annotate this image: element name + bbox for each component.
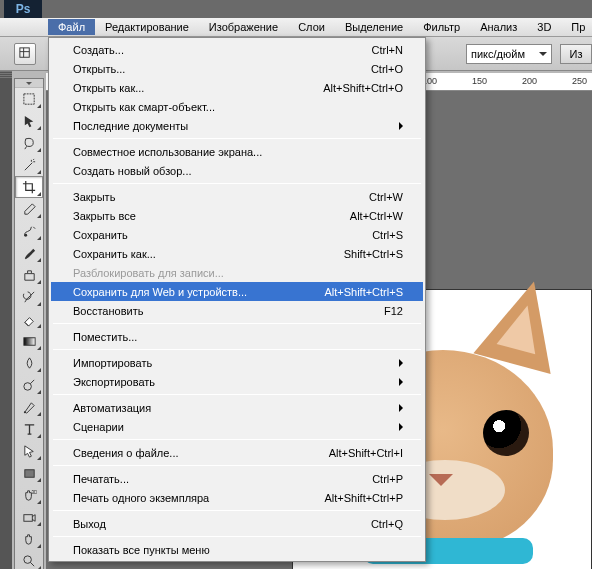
menu-item-shortcut: Ctrl+P xyxy=(372,473,403,485)
submenu-indicator-icon xyxy=(37,214,41,218)
tool-eraser[interactable] xyxy=(15,308,43,330)
menubar-item-6[interactable]: Анализ xyxy=(470,19,527,35)
tool-camera3d[interactable] xyxy=(15,506,43,528)
menu-item-shortcut: Alt+Shift+Ctrl+P xyxy=(324,492,403,504)
menubar-item-1[interactable]: Редактирование xyxy=(95,19,199,35)
menu-separator xyxy=(53,394,421,395)
ruler-tick: 250 xyxy=(572,76,587,86)
resolution-units-value: пикс/дюйм xyxy=(471,48,525,60)
submenu-indicator-icon xyxy=(37,522,41,526)
chevron-right-icon xyxy=(399,122,403,130)
menu-item-shortcut: Ctrl+N xyxy=(372,44,403,56)
tool-clone[interactable] xyxy=(15,264,43,286)
menubar-item-7[interactable]: 3D xyxy=(527,19,561,35)
tool-history-brush[interactable] xyxy=(15,286,43,308)
menu-item[interactable]: Импортировать xyxy=(51,353,423,372)
menu-item[interactable]: Открыть как смарт-объект... xyxy=(51,97,423,116)
tool-lasso[interactable] xyxy=(15,132,43,154)
tool-brush[interactable] xyxy=(15,242,43,264)
palette-dock xyxy=(0,71,12,569)
menu-item-label: Сохранить xyxy=(73,229,372,241)
menu-item[interactable]: Показать все пункты меню xyxy=(51,540,423,559)
svg-rect-5 xyxy=(23,337,34,345)
menu-item[interactable]: Открыть как...Alt+Shift+Ctrl+O xyxy=(51,78,423,97)
tool-gradient[interactable] xyxy=(15,330,43,352)
tool-crop[interactable] xyxy=(15,176,43,198)
menubar-item-2[interactable]: Изображение xyxy=(199,19,288,35)
menu-item[interactable]: Сохранить для Web и устройств...Alt+Shif… xyxy=(51,282,423,301)
menu-item: Разблокировать для записи... xyxy=(51,263,423,282)
menubar-item-3[interactable]: Слои xyxy=(288,19,335,35)
menu-item-label: Экспортировать xyxy=(73,376,393,388)
tool-zoom[interactable] xyxy=(15,550,43,569)
menu-item-shortcut: Ctrl+W xyxy=(369,191,403,203)
menu-separator xyxy=(53,323,421,324)
menu-item[interactable]: Совместное использование экрана... xyxy=(51,142,423,161)
tool-eyedropper[interactable] xyxy=(15,198,43,220)
submenu-indicator-icon xyxy=(37,126,41,130)
menu-item-label: Создать... xyxy=(73,44,372,56)
toolbox-grip[interactable] xyxy=(15,79,43,88)
svg-point-4 xyxy=(24,233,27,236)
tool-hand[interactable] xyxy=(15,528,43,550)
menubar-item-5[interactable]: Фильтр xyxy=(413,19,470,35)
menu-item[interactable]: Закрыть всеAlt+Ctrl+W xyxy=(51,206,423,225)
tool-path-select[interactable] xyxy=(15,440,43,462)
tool-magic-wand[interactable] xyxy=(15,154,43,176)
menu-item[interactable]: Создать...Ctrl+N xyxy=(51,40,423,59)
menu-item-label: Закрыть xyxy=(73,191,369,203)
ps-logo: Ps xyxy=(4,0,42,18)
tool-move[interactable] xyxy=(15,110,43,132)
tool-marquee[interactable] xyxy=(15,88,43,110)
menu-item-shortcut: F12 xyxy=(384,305,403,317)
tool-blur[interactable] xyxy=(15,352,43,374)
tool-preset-icon[interactable] xyxy=(14,43,36,65)
menu-item[interactable]: Создать новый обзор... xyxy=(51,161,423,180)
submenu-indicator-icon xyxy=(37,236,41,240)
menu-item-shortcut: Alt+Shift+Ctrl+O xyxy=(323,82,403,94)
tool-type[interactable] xyxy=(15,418,43,440)
svg-point-11 xyxy=(23,555,31,563)
menu-item[interactable]: Печать одного экземпляраAlt+Shift+Ctrl+P xyxy=(51,488,423,507)
tool-rectangle[interactable] xyxy=(15,462,43,484)
menu-item[interactable]: ВыходCtrl+Q xyxy=(51,514,423,533)
menu-item[interactable]: Сведения о файле...Alt+Shift+Ctrl+I xyxy=(51,443,423,462)
menu-item[interactable]: Сохранить как...Shift+Ctrl+S xyxy=(51,244,423,263)
menu-item[interactable]: Сценарии xyxy=(51,417,423,436)
menu-item-label: Выход xyxy=(73,518,371,530)
svg-rect-10 xyxy=(23,514,31,521)
menu-item-label: Создать новый обзор... xyxy=(73,165,403,177)
options-right-button[interactable]: Из xyxy=(560,44,592,64)
menu-item[interactable]: Открыть...Ctrl+O xyxy=(51,59,423,78)
menu-item-label: Открыть как... xyxy=(73,82,323,94)
svg-rect-0 xyxy=(19,48,28,57)
menu-item-label: Открыть как смарт-объект... xyxy=(73,101,403,113)
chevron-down-icon xyxy=(539,52,547,56)
menu-item[interactable]: ЗакрытьCtrl+W xyxy=(51,187,423,206)
chevron-right-icon xyxy=(399,378,403,386)
submenu-indicator-icon xyxy=(37,324,41,328)
menubar-item-4[interactable]: Выделение xyxy=(335,19,413,35)
tool-healing-brush[interactable] xyxy=(15,220,43,242)
ruler-tick: 150 xyxy=(472,76,487,86)
menubar-item-0[interactable]: Файл xyxy=(48,19,95,35)
tool-hand3d[interactable]: 3D xyxy=(15,484,43,506)
menu-item[interactable]: ВосстановитьF12 xyxy=(51,301,423,320)
tool-dodge[interactable] xyxy=(15,374,43,396)
svg-text:3D: 3D xyxy=(31,489,37,494)
menu-item[interactable]: Последние документы xyxy=(51,116,423,135)
menu-item[interactable]: Поместить... xyxy=(51,327,423,346)
menu-item[interactable]: Экспортировать xyxy=(51,372,423,391)
menu-item[interactable]: Автоматизация xyxy=(51,398,423,417)
menu-item[interactable]: СохранитьCtrl+S xyxy=(51,225,423,244)
menubar-item-8[interactable]: Пр xyxy=(561,19,592,35)
chevron-right-icon xyxy=(399,404,403,412)
tool-pen[interactable] xyxy=(15,396,43,418)
menu-separator xyxy=(53,183,421,184)
menu-item-label: Импортировать xyxy=(73,357,393,369)
menu-item[interactable]: Печатать...Ctrl+P xyxy=(51,469,423,488)
resolution-units-dropdown[interactable]: пикс/дюйм xyxy=(466,44,552,64)
menu-item-label: Закрыть все xyxy=(73,210,350,222)
menu-separator xyxy=(53,349,421,350)
submenu-indicator-icon xyxy=(37,544,41,548)
